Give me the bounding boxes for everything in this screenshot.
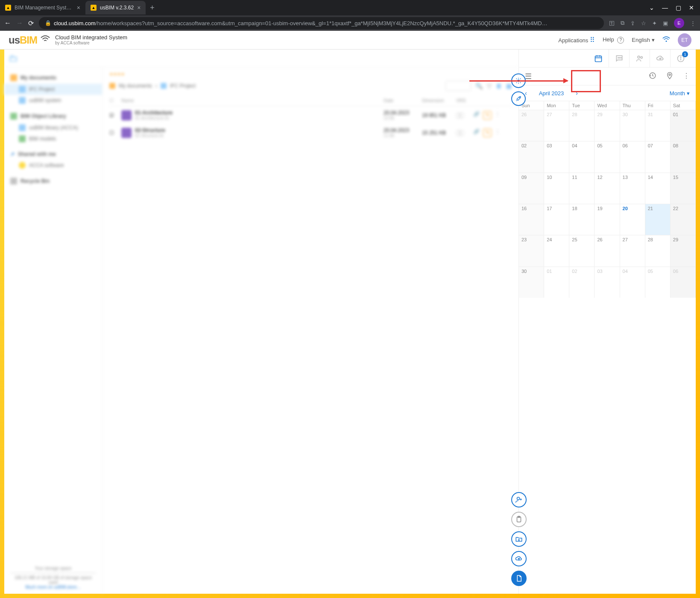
tab-favicon: ▲ (91, 5, 97, 11)
extensions-icon[interactable]: ✦ (652, 20, 657, 26)
panel-icon[interactable]: ▣ (663, 20, 668, 26)
reload-button[interactable]: ⟳ (28, 19, 34, 27)
close-window-icon[interactable]: ✕ (689, 4, 694, 11)
back-button[interactable]: ← (4, 19, 11, 27)
lock-icon: 🔒 (45, 20, 51, 26)
url-path: /home/workspaces?utm_source=accasoftware… (96, 20, 548, 26)
star-icon[interactable]: ☆ (641, 20, 646, 26)
tab-title: usBIM v.2.3.62 (100, 5, 134, 11)
close-icon[interactable]: × (77, 4, 80, 11)
toolbar-right: ⚿ ⧉ ⇪ ☆ ✦ ▣ E ⋮ (609, 18, 696, 28)
browser-tab[interactable]: ▲ BIM Management System | usBI… × (0, 1, 85, 15)
key-icon[interactable]: ⚿ (609, 20, 615, 26)
chevron-down-icon[interactable]: ⌄ (649, 4, 654, 11)
browser-toolbar: ← → ⟳ 🔒 cloud.usbim.com /home/workspaces… (0, 15, 700, 31)
browser-tab-active[interactable]: ▲ usBIM v.2.3.62 × (85, 1, 146, 15)
new-tab-button[interactable]: + (146, 3, 159, 12)
browser-tab-strip: ▲ BIM Management System | usBI… × ▲ usBI… (0, 0, 700, 15)
kebab-icon[interactable]: ⋮ (690, 20, 696, 26)
maximize-icon[interactable]: ▢ (676, 4, 681, 11)
close-icon[interactable]: × (137, 4, 141, 11)
address-bar[interactable]: 🔒 cloud.usbim.com /home/workspaces?utm_s… (39, 17, 604, 29)
minimize-icon[interactable]: — (662, 4, 668, 11)
url-host: cloud.usbim.com (54, 20, 96, 26)
share-icon[interactable]: ⇪ (630, 20, 635, 26)
window-controls: ⌄ — ▢ ✕ (649, 4, 700, 11)
profile-avatar[interactable]: E (674, 18, 684, 28)
open-external-icon[interactable]: ⧉ (621, 20, 624, 26)
tab-favicon: ▲ (5, 5, 11, 11)
tab-title: BIM Management System | usBI… (15, 5, 73, 11)
forward-button[interactable]: → (16, 19, 23, 27)
